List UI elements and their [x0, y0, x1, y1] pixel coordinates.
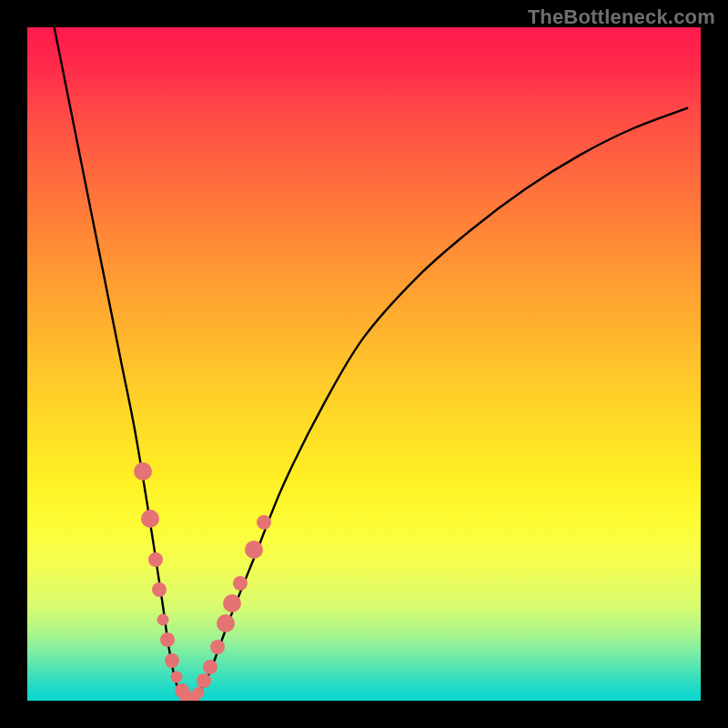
data-marker: [192, 687, 204, 699]
data-marker: [203, 660, 217, 674]
data-marker: [157, 614, 169, 626]
plot-area: [27, 27, 701, 701]
bottleneck-curve: [27, 27, 701, 701]
watermark-text: TheBottleneck.com: [528, 5, 715, 29]
data-marker: [171, 672, 183, 683]
chart-frame: TheBottleneck.com: [0, 0, 728, 728]
data-marker: [210, 640, 225, 654]
data-marker: [257, 515, 271, 530]
data-marker: [160, 632, 175, 647]
data-marker: [148, 552, 163, 567]
data-marker: [141, 510, 159, 528]
data-marker: [217, 614, 235, 632]
data-marker: [197, 673, 211, 688]
data-marker: [152, 582, 167, 597]
data-marker: [245, 541, 263, 559]
data-marker: [134, 462, 152, 480]
data-marker: [223, 594, 241, 612]
data-marker: [165, 653, 179, 668]
data-marker: [233, 576, 248, 591]
